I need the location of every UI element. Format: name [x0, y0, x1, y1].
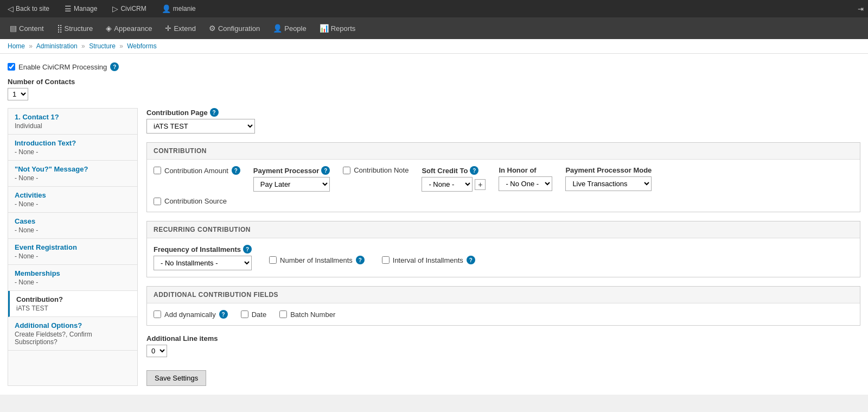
date-label: Date [252, 310, 266, 319]
sidebar-item-contact1[interactable]: 1. Contact 1? Individual [8, 109, 137, 135]
number-installments-label: Number of Installments [280, 256, 353, 264]
manage-button[interactable]: ☰ Manage [61, 0, 100, 17]
frequency-select[interactable]: - No Installments - Daily Weekly Monthly… [154, 256, 252, 270]
sidebar-activities-sub: - None - [15, 200, 131, 208]
payment-processor-field: Payment Processor ? Pay Later iATS Strip… [253, 166, 330, 192]
add-dynamically-field: Add dynamically ? [154, 310, 228, 319]
interval-installments-help-icon[interactable]: ? [467, 256, 475, 264]
sidebar-item-event-registration[interactable]: Event Registration - None - [8, 239, 137, 265]
sidebar-additional-title: Additional Options? [15, 321, 131, 329]
payment-processor-mode-select[interactable]: Live Transactions Test Mode [565, 176, 652, 191]
sidebar-item-intro-text[interactable]: Introduction Text? - None - [8, 135, 137, 161]
contribution-note-checkbox[interactable] [343, 167, 350, 174]
additional-fields-title: ADDITIONAL CONTRIBUTION FIELDS [147, 287, 860, 303]
sidebar-item-activities[interactable]: Activities - None - [8, 187, 137, 213]
breadcrumb-administration[interactable]: Administration [36, 42, 78, 50]
nav-people[interactable]: 👤 People [267, 17, 311, 39]
add-dynamically-help-icon[interactable]: ? [219, 310, 228, 319]
contribution-section-title: CONTRIBUTION [147, 143, 860, 160]
breadcrumb-structure[interactable]: Structure [89, 42, 116, 50]
contribution-source-checkbox[interactable] [154, 198, 161, 205]
nav-configuration[interactable]: ⚙ Configuration [203, 17, 265, 39]
payment-processor-mode-label: Payment Processor Mode [565, 166, 652, 174]
number-of-contacts-select[interactable]: 1 2 3 [8, 88, 28, 100]
nav-structure[interactable]: ⣿ Structure [52, 17, 99, 39]
configuration-icon: ⚙ [209, 24, 216, 33]
interval-installments-label: Interval of Installments [393, 256, 463, 264]
civicrm-label: CiviCRM [120, 5, 146, 12]
number-of-contacts-label: Number of Contacts [8, 78, 860, 86]
manage-icon: ☰ [65, 4, 72, 13]
contribution-amount-label: Contribution Amount [164, 167, 228, 175]
civicrm-button[interactable]: ▷ CiviCRM [109, 0, 149, 17]
appearance-icon: ◈ [106, 24, 112, 33]
soft-credit-select[interactable]: - None - Contact 1 Contact 2 [422, 177, 473, 192]
main-content: Enable CiviCRM Processing ? Number of Co… [0, 54, 868, 395]
sidebar-notyou-sub: - None - [15, 174, 131, 182]
sidebar-memberships-title: Memberships [15, 269, 131, 277]
sidebar-notyou-title: "Not You?" Message? [15, 165, 131, 173]
layout: 1. Contact 1? Individual Introduction Te… [8, 108, 860, 386]
sidebar-item-additional-options[interactable]: Additional Options? Create Fieldsets?, C… [8, 317, 137, 351]
right-panel: Contribution Page ? iATS TEST General Fu… [138, 108, 860, 386]
nav-content[interactable]: ▤ Content [4, 17, 49, 39]
nav-reports[interactable]: 📊 Reports [314, 17, 361, 39]
sidebar-contribution-title: Contribution? [16, 295, 131, 303]
contribution-amount-help-icon[interactable]: ? [232, 166, 240, 175]
date-checkbox[interactable] [241, 310, 248, 318]
nav-bar: ▤ Content ⣿ Structure ◈ Appearance ✛ Ext… [0, 17, 868, 39]
batch-number-checkbox[interactable] [279, 310, 287, 318]
user-button[interactable]: 👤 melanie [158, 0, 199, 17]
save-settings-button[interactable]: Save Settings [146, 370, 206, 386]
contribution-page-help-icon[interactable]: ? [210, 108, 219, 117]
nav-configuration-label: Configuration [218, 24, 260, 33]
sidebar-item-contribution[interactable]: Contribution? iATS TEST [8, 291, 137, 317]
sidebar-cases-sub: - None - [15, 226, 131, 234]
number-installments-help-icon[interactable]: ? [356, 256, 365, 264]
frequency-help-icon[interactable]: ? [243, 245, 252, 253]
soft-credit-help-icon[interactable]: ? [470, 166, 478, 175]
contribution-page-select[interactable]: iATS TEST General Fund Annual Campaign [146, 119, 255, 134]
additional-fields-body: Add dynamically ? Date Batch Number [147, 303, 860, 325]
payment-processor-help-icon[interactable]: ? [321, 166, 330, 175]
nav-appearance[interactable]: ◈ Appearance [100, 17, 157, 39]
sidebar-contact1-sub: Individual [15, 122, 131, 130]
contribution-amount-checkbox[interactable] [154, 167, 161, 174]
in-honor-select[interactable]: - No One - Contact 1 Contact 2 [499, 176, 552, 191]
number-installments-field: Number of Installments ? [269, 256, 365, 264]
sidebar-item-not-you[interactable]: "Not You?" Message? - None - [8, 161, 137, 187]
contribution-section-body: Contribution Amount ? Payment Processor … [147, 160, 860, 212]
payment-processor-select[interactable]: Pay Later iATS Stripe [253, 177, 330, 192]
soft-credit-add-button[interactable]: + [475, 179, 486, 190]
structure-icon: ⣿ [57, 24, 62, 33]
user-label: melanie [173, 5, 196, 12]
enable-civicrm-checkbox[interactable] [8, 63, 15, 71]
enable-civicrm-help-icon[interactable]: ? [110, 62, 119, 71]
sidebar-cases-title: Cases [15, 217, 131, 225]
sidebar-item-memberships[interactable]: Memberships - None - [8, 265, 137, 291]
interval-installments-field: Interval of Installments ? [382, 256, 475, 264]
back-to-site-button[interactable]: ◁ Back to site [4, 0, 53, 17]
additional-fields-section: ADDITIONAL CONTRIBUTION FIELDS Add dynam… [146, 286, 860, 326]
soft-credit-field: Soft Credit To ? - None - Contact 1 Cont… [422, 166, 486, 192]
payment-processor-mode-field: Payment Processor Mode Live Transactions… [565, 166, 652, 191]
add-dynamically-checkbox[interactable] [154, 310, 161, 318]
nav-reports-label: Reports [331, 24, 356, 33]
soft-credit-label: Soft Credit To ? [422, 166, 486, 175]
enable-civicrm-label: Enable CiviCRM Processing [18, 63, 107, 71]
nav-appearance-label: Appearance [114, 24, 152, 33]
number-installments-checkbox[interactable] [269, 256, 277, 264]
batch-number-label: Batch Number [290, 310, 335, 319]
breadcrumb-home[interactable]: Home [8, 42, 25, 50]
interval-installments-checkbox[interactable] [382, 256, 390, 264]
sidebar-item-cases[interactable]: Cases - None - [8, 213, 137, 239]
sidebar-intro-title: Introduction Text? [15, 139, 131, 147]
breadcrumb: Home » Administration » Structure » Webf… [0, 39, 868, 54]
additional-line-items-section: Additional Line items 0 1 2 3 4 5 [146, 334, 860, 357]
additional-fields-row: Add dynamically ? Date Batch Number [154, 310, 853, 319]
nav-extend[interactable]: ✛ Extend [159, 17, 201, 39]
sidebar-memberships-sub: - None - [15, 278, 131, 286]
additional-line-items-select[interactable]: 0 1 2 3 4 5 [146, 345, 167, 357]
breadcrumb-webforms[interactable]: Webforms [127, 42, 156, 50]
contribution-section: CONTRIBUTION Contribution Amount ? Paym [146, 142, 860, 212]
